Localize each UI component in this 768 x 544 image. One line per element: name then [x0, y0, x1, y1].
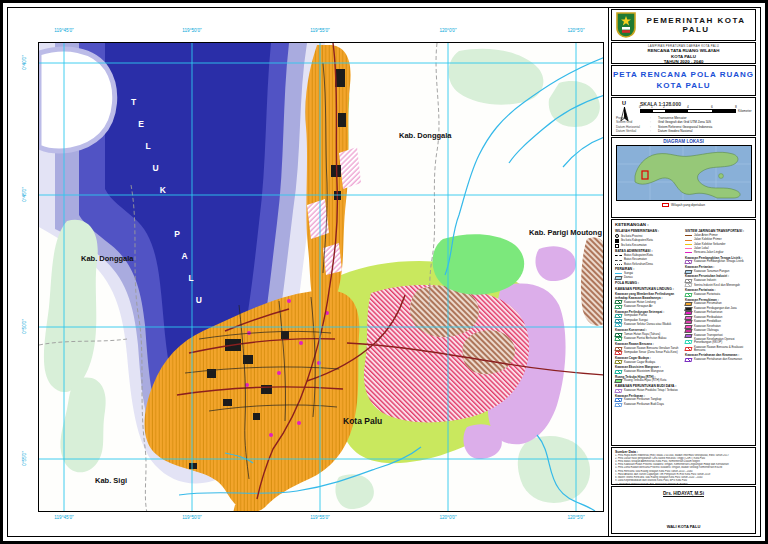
legend-item-label: Ibu kota Provinsi — [621, 235, 682, 238]
legend-item: Kawasan Pembangkitan Tenaga Listrik — [685, 260, 752, 264]
legend-item: Kawasan Resapan Air — [615, 305, 682, 309]
agency-name: PEMERINTAH KOTA PALU — [641, 16, 751, 34]
legend-item: Kawasan Tanaman Pangan — [685, 270, 752, 274]
legend-item: Sentra Industri Kecil dan Menengah — [685, 283, 752, 287]
legend-item: Kawasan Rawan Bencana & Evakuasi Bencana — [685, 346, 752, 353]
bay-letter: A — [181, 251, 187, 261]
legend-swatch-icon — [615, 244, 619, 248]
legend-swatch-icon — [615, 403, 623, 407]
sulawesi-inset-icon — [617, 146, 751, 200]
legend-swatch-icon — [685, 244, 692, 245]
lon-label-top: 120°5'0" — [556, 28, 596, 33]
legend-swatch-icon — [685, 316, 693, 320]
lon-label-bottom: 119°55'0" — [300, 515, 340, 520]
lon-label-bottom: 120°5'0" — [556, 515, 596, 520]
legend-item: Kawasan Pertahanan dan Keamanan — [685, 358, 752, 362]
legend-swatch-icon — [685, 320, 693, 324]
location-diagram: DIAGRAM LOKASI Wilayah yang dipetakan — [611, 137, 756, 218]
legend-swatch-icon — [685, 283, 693, 287]
legend-item-label: Rencana Jalan Lingkar — [694, 251, 752, 254]
extent-marker-label: Wilayah yang dipetakan — [671, 203, 705, 207]
map-canvas: Kab. Donggala Kab. Donggala Kab. Parigi … — [39, 43, 604, 512]
lat-label-left: 0°55'0" — [22, 446, 29, 472]
legend-item-label: Kawasan Tanaman Pangan — [694, 270, 752, 273]
legend-swatch-icon — [685, 260, 693, 264]
cape-peninsula — [39, 49, 115, 151]
legend-item-label: Kawasan Sekitar Danau atau Waduk — [624, 323, 682, 326]
legend-section-header: KAWASAN PERUNTUKAN LINDUNG : — [615, 287, 682, 291]
legend-section-header: WILAYAH PEMERINTAHAN : — [615, 229, 682, 233]
lat-label-left: 0°40'0" — [22, 50, 29, 76]
legend-item: Kawasan Pantai Berhutan Bakau — [615, 337, 682, 341]
legend-swatch-icon — [615, 360, 623, 364]
legend-swatch-icon — [685, 252, 692, 253]
legend-swatch-icon — [615, 314, 623, 318]
legend-swatch-icon — [615, 351, 623, 355]
lon-label-top: 120°0'0" — [428, 28, 468, 33]
legend-item-label: Kawasan Ekosistem Mangrove — [624, 370, 682, 373]
legend-item-label: Kawasan Rawan Bencana & Evakuasi Bencana — [694, 346, 752, 353]
legend-swatch-icon — [685, 340, 693, 344]
legend-item: Batas Kelurahan/Desa — [615, 263, 682, 266]
legend-swatch-icon — [685, 347, 693, 351]
legend-item: Sempadan Sesar (Zona Sesar Palu-Koro) — [615, 351, 682, 355]
legend-item: Kawasan Perikanan Budi Daya — [615, 403, 682, 407]
projection-row: Datum Vertikal:Datum Geodesi Nasional — [616, 129, 752, 133]
legend-item-label: Kawasan Keselamatan Operasi Penerbangan … — [694, 338, 752, 345]
agency-header: PEMERINTAH KOTA PALU — [611, 9, 756, 41]
sources-lines: 1. Peta Rupa Bumi Indonesia (RBI) Skala … — [615, 454, 752, 486]
legend-column-right: SISTEM JARINGAN TRANSPORTASI :Jalan Arte… — [685, 228, 752, 407]
legend-item: Kawasan Keselamatan Operasi Penerbangan … — [685, 338, 752, 345]
signatory-name: Drs. HIDAYAT, M.Si — [612, 491, 755, 496]
legend-swatch-icon — [615, 333, 623, 337]
legend-item-label: Ibu kota Kabupaten/Kota — [621, 239, 682, 242]
legend-section-header: POLA RUANG : — [615, 281, 682, 285]
data-sources-block: Sumber Data : 1. Peta Rupa Bumi Indonesi… — [611, 447, 756, 485]
lon-label-top: 119°55'0" — [300, 28, 340, 33]
signature-block: Drs. HIDAYAT, M.Si WALI KOTA PALU — [611, 486, 756, 534]
label-kab-parigi-moutong: Kab. Parigi Moutong — [529, 228, 602, 237]
legend-block: KETERANGAN : WILAYAH PEMERINTAHAN :Ibu k… — [611, 219, 756, 446]
legend-column-left: WILAYAH PEMERINTAHAN :Ibu kota ProvinsiI… — [615, 228, 682, 407]
label-kab-sigi: Kab. Sigi — [95, 476, 127, 485]
legend-item-label: Kawasan Pertahanan dan Keamanan — [694, 358, 752, 361]
legend-swatch-icon — [615, 239, 619, 243]
bay-letter: U — [196, 295, 202, 305]
doc-title-line3: TAHUN 2020 - 2040 — [612, 59, 755, 64]
legend-swatch-icon — [685, 358, 693, 362]
legend-swatch-icon — [685, 293, 693, 297]
label-kab-donggala-right: Kab. Donggala — [399, 131, 452, 140]
diagram-title: DIAGRAM LOKASI — [612, 139, 755, 144]
legend-item: Kawasan Pariwisata — [685, 293, 752, 297]
map-sheet-page: 119°45'0"119°45'0"119°50'0"119°50'0"119°… — [0, 0, 768, 544]
legend-swatch-icon — [615, 347, 623, 351]
legend-item-label: Sentra Industri Kecil dan Menengah — [694, 284, 752, 287]
legend-item-label: Kawasan Pariwisata — [694, 293, 752, 296]
legend-swatch-icon — [685, 334, 693, 338]
legend-swatch-icon — [615, 234, 619, 238]
inset-map — [616, 145, 752, 201]
legend-subsection-header: Kawasan yang Memberikan Perlindungan ter… — [615, 292, 682, 300]
legend-swatch-icon — [685, 279, 693, 283]
legend-swatch-icon — [615, 264, 622, 265]
extent-marker-icon — [662, 203, 669, 207]
diagram-note: Wilayah yang dipetakan — [612, 203, 755, 207]
projection-value: Datum Geodesi Nasional — [658, 129, 752, 133]
legend-item-label: Kawasan Resapan Air — [624, 305, 682, 308]
projection-label: Datum Vertikal — [616, 129, 650, 133]
lon-label-top: 119°50'0" — [172, 28, 212, 33]
legend-swatch-icon — [685, 311, 693, 315]
info-panel: PEMERINTAH KOTA PALU LAMPIRAN PERATURAN … — [608, 8, 758, 536]
lon-label-bottom: 119°45'0" — [44, 515, 84, 520]
legend-swatch-icon — [685, 270, 693, 274]
map-title-line2: KOTA PALU — [612, 81, 755, 91]
legend-item-label: Ruang Terbuka Hijau (RTH) Kota — [624, 379, 682, 382]
legend-swatch-icon — [615, 323, 623, 327]
legend-item: Kawasan Industri — [685, 279, 752, 283]
legend-swatch-icon — [615, 276, 623, 280]
source-line: 10. Pedoman Penyusunan RTRW, Peraturan M… — [615, 483, 752, 485]
legend-item-label: Kawasan Industri — [694, 279, 752, 282]
kota-palu-logo-icon — [616, 12, 636, 38]
legend-item-label: Kawasan Perikanan Budi Daya — [624, 403, 682, 406]
lat-label-left: 0°45'0" — [22, 182, 29, 208]
